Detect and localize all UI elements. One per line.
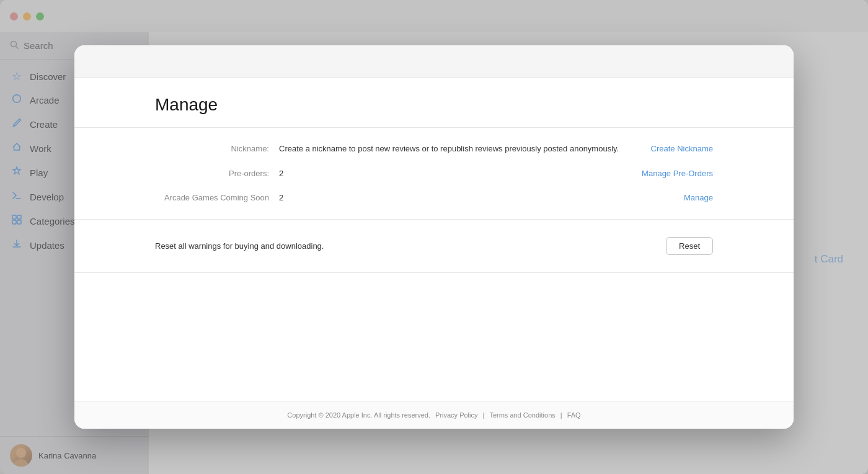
arcade-count: 2 [279,192,659,204]
arcade-label: Arcade Games Coming Soon [155,192,279,202]
modal-dialog: Manage Nickname: Create a nickname to po… [74,45,794,429]
empty-section [74,273,794,347]
faq-link[interactable]: FAQ [567,411,581,419]
table-row: Arcade Games Coming Soon 2 Manage [155,192,713,204]
manage-arcade-link[interactable]: Manage [684,193,713,202]
terms-conditions-link[interactable]: Terms and Conditions [489,411,555,419]
arcade-action: Manage [659,192,713,203]
modal-top-bar [74,45,794,78]
nickname-content: Create a nickname to post new reviews or… [279,143,626,155]
manage-title: Manage [155,95,713,115]
table-row: Nickname: Create a nickname to post new … [155,143,713,155]
create-nickname-link[interactable]: Create Nickname [651,144,713,153]
footer-separator-2: | [560,411,562,419]
manage-section: Nickname: Create a nickname to post new … [74,128,794,219]
table-row: Pre-orders: 2 Manage Pre-Orders [155,168,713,180]
preorders-action: Manage Pre-Orders [617,168,713,179]
reset-warnings-text: Reset all warnings for buying and downlo… [155,241,666,251]
footer-separator-1: | [483,411,485,419]
reset-section: Reset all warnings for buying and downlo… [74,220,794,272]
modal-overlay: Manage Nickname: Create a nickname to po… [0,0,868,474]
modal-footer: Copyright © 2020 Apple Inc. All rights r… [74,401,794,429]
manage-preorders-link[interactable]: Manage Pre-Orders [642,169,713,178]
modal-body: Manage Nickname: Create a nickname to po… [74,78,794,401]
reset-button[interactable]: Reset [666,237,713,255]
nickname-label: Nickname: [155,143,279,153]
preorders-count: 2 [279,168,617,180]
nickname-action: Create Nickname [626,143,713,154]
footer-copyright: Copyright © 2020 Apple Inc. All rights r… [287,411,430,419]
privacy-policy-link[interactable]: Privacy Policy [435,411,477,419]
preorders-label: Pre-orders: [155,168,279,178]
manage-header: Manage [74,78,794,127]
